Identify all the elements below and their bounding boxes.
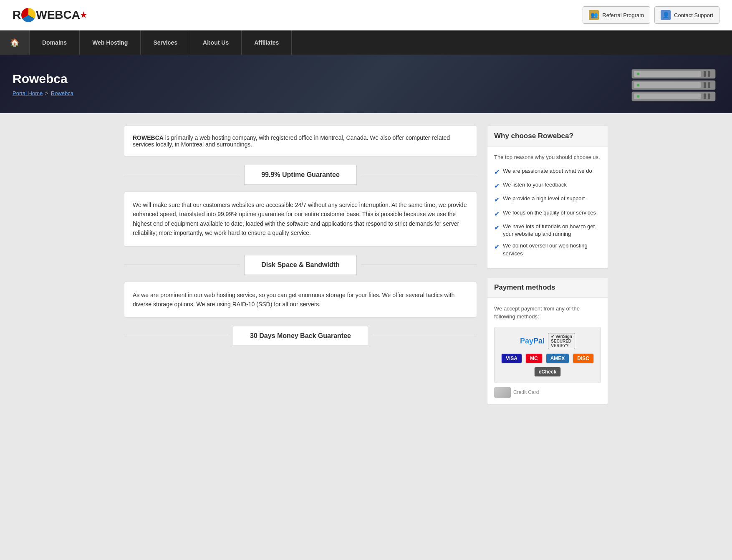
breadcrumb-home[interactable]: Portal Home [13,90,43,96]
payment-row-cards: VISA MC AMEX DISC eCheck [500,353,595,377]
svg-rect-8 [708,82,710,88]
svg-rect-7 [704,82,706,88]
intro-bold: ROWEBCA [133,134,164,141]
content-right: Why choose Rowebca? The top reasons why … [487,126,608,413]
list-item: ✔ We do not oversell our web hosting ser… [494,242,601,257]
check-icon-2: ✔ [494,182,500,191]
nav-home[interactable]: 🏠 [0,30,30,55]
list-item: ✔ We focus on the quality of our service… [494,209,601,219]
logo[interactable]: RWEBCA★ [13,8,87,22]
svg-rect-12 [704,93,706,99]
diskspace-text: As we are prominent in our web hosting s… [133,290,468,309]
intro-box: ROWEBCA is primarily a web hosting compa… [124,126,477,156]
svg-rect-13 [708,93,710,99]
check-icon-5: ✔ [494,223,500,232]
payment-box: Payment methods We accept payment from a… [487,277,608,405]
logo-circle-icon [21,8,35,22]
why-item-3: We provide a high level of support [503,195,585,202]
contact-support-button[interactable]: 👤 Contact Support [654,6,719,24]
referral-icon: 👥 [589,10,599,20]
why-item-6: We do not oversell our web hosting servi… [503,242,601,257]
logo-r: R [13,8,21,22]
nav-domains[interactable]: Domains [30,30,80,55]
why-list: ✔ We are passionate about what we do ✔ W… [494,167,601,257]
visa-card: VISA [501,353,522,363]
svg-point-9 [637,84,639,86]
verisign-logo: ✔ VeriSignSECUREDVERIFY? [548,333,575,349]
why-choose-content: The top reasons why you should choose us… [487,146,608,268]
diskspace-heading: Disk Space & Bandwidth [244,255,357,275]
uptime-heading: 99.9% Uptime Guarantee [244,165,357,185]
payment-content: We accept payment from any of the follow… [487,298,608,404]
breadcrumb-current[interactable]: Rowebca [51,90,73,96]
uptime-text: We will make sure that our customers web… [133,200,468,238]
nav-web-hosting[interactable]: Web Hosting [80,30,141,55]
diskspace-box: As we are prominent in our web hosting s… [124,282,477,318]
mastercard-card: MC [525,353,543,363]
main-wrapper: ROWEBCA is primarily a web hosting compa… [116,113,616,426]
logo-text: WEBCA [36,8,80,22]
nav-about-us[interactable]: About Us [190,30,242,55]
uptime-heading-wrap: 99.9% Uptime Guarantee [124,165,477,185]
amex-card: AMEX [546,353,570,363]
check-icon-1: ✔ [494,168,500,177]
check-icon-3: ✔ [494,195,500,204]
svg-rect-11 [634,93,701,99]
credit-card-section: Credit Card [494,387,601,398]
credit-card-label: Credit Card [513,389,539,395]
hero-server-image [628,67,719,101]
support-icon: 👤 [661,10,671,20]
check-icon-4: ✔ [494,209,500,219]
nav-services[interactable]: Services [141,30,190,55]
check-icon-6: ✔ [494,242,500,252]
list-item: ✔ We have lots of tutorials on how to ge… [494,223,601,238]
section-line-right3 [372,336,477,336]
svg-point-4 [637,73,639,75]
section-line-left3 [124,336,229,336]
hero-section: Rowebca Portal Home > Rowebca [0,55,732,113]
logo-maple-icon: ★ [80,10,87,20]
paypal-logo: PayPal [520,337,545,346]
svg-point-14 [637,95,639,98]
svg-rect-1 [634,71,701,77]
why-item-4: We focus on the quality of our services [503,209,596,217]
section-line-left [124,175,240,175]
list-item: ✔ We listen to your feedback [494,181,601,191]
why-item-5: We have lots of tutorials on how to get … [503,223,601,238]
breadcrumb-separator: > [45,90,48,96]
moneyback-heading-wrap: 30 Days Money Back Guarantee [124,326,477,346]
credit-card-icon [494,387,511,398]
why-choose-box: Why choose Rowebca? The top reasons why … [487,126,608,269]
breadcrumb: Portal Home > Rowebca [13,90,73,96]
list-item: ✔ We provide a high level of support [494,195,601,204]
svg-rect-3 [708,71,710,77]
server-rack-icon [628,67,719,105]
nav-affiliates[interactable]: Affiliates [242,30,292,55]
header: RWEBCA★ 👥 Referral Program 👤 Contact Sup… [0,0,732,30]
uptime-box: We will make sure that our customers web… [124,192,477,247]
svg-rect-2 [704,71,706,77]
section-line-right2 [361,265,477,265]
referral-label: Referral Program [602,12,644,18]
why-intro: The top reasons why you should choose us… [494,153,601,161]
intro-body: is primarily a web hosting company, with… [133,134,450,148]
main-nav: 🏠 Domains Web Hosting Services About Us … [0,30,732,55]
section-line-left2 [124,265,240,265]
diskspace-heading-wrap: Disk Space & Bandwidth [124,255,477,275]
moneyback-heading: 30 Days Money Back Guarantee [233,326,368,346]
header-buttons: 👥 Referral Program 👤 Contact Support [583,6,719,24]
echeck-card: eCheck [534,367,561,377]
intro-text: ROWEBCA is primarily a web hosting compa… [133,134,468,148]
payment-header: Payment methods [487,277,608,298]
payment-intro: We accept payment from any of the follow… [494,305,601,321]
page-title: Rowebca [13,72,73,86]
support-label: Contact Support [674,12,713,18]
why-item-2: We listen to your feedback [503,181,567,189]
payment-methods-image: PayPal ✔ VeriSignSECUREDVERIFY? VISA MC … [494,327,601,383]
hero-text: Rowebca Portal Home > Rowebca [13,72,73,96]
section-line-right [361,175,477,175]
why-choose-header: Why choose Rowebca? [487,126,608,146]
content-left: ROWEBCA is primarily a web hosting compa… [124,126,477,413]
referral-program-button[interactable]: 👥 Referral Program [583,6,650,24]
list-item: ✔ We are passionate about what we do [494,167,601,177]
